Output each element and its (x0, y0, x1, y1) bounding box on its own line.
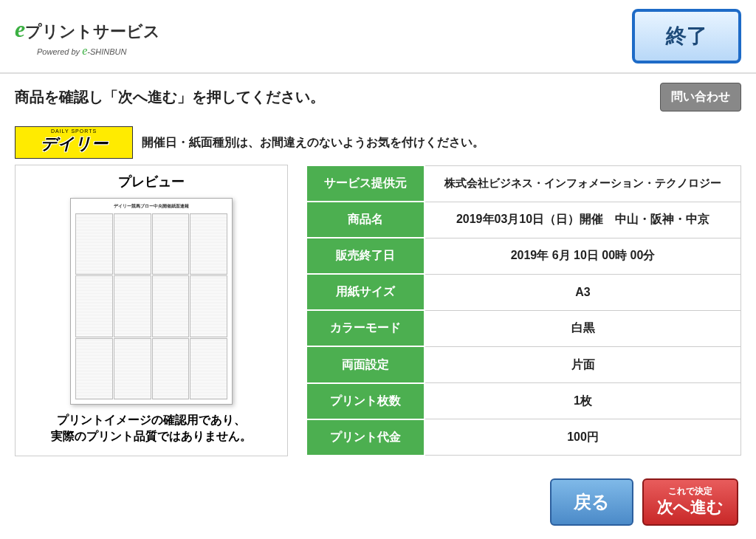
logo-e-accent: e (15, 16, 25, 42)
back-button[interactable]: 戻る (550, 478, 633, 526)
logo-sub-rest: -SHINBUN (87, 47, 126, 56)
logo: eプリントサービス Powered by e-SHINBUN (15, 16, 160, 58)
preview-page-heading: デイリー競馬ブロー中央開催紙面速報 (75, 203, 227, 210)
footer-buttons: 戻る これで決定 次へ進む (550, 478, 738, 526)
banner-message: 開催日・紙面種別は、お間違えのないようお気を付けください。 (142, 135, 484, 151)
table-row: 商品名 2019年03月10日（日）開催 中山・阪神・中京 (306, 202, 741, 238)
preview-cell (152, 275, 190, 337)
table-row: プリント枚数 1枚 (306, 383, 741, 419)
exit-button[interactable]: 終了 (632, 9, 741, 63)
table-row: 両面設定 片面 (306, 346, 741, 382)
preview-cell (114, 213, 151, 275)
sports-logo-top: DAILY SPORTS (51, 128, 97, 134)
preview-cell (190, 338, 227, 399)
detail-label: 商品名 (306, 202, 425, 238)
contact-button[interactable]: 問い合わせ (660, 83, 741, 111)
sports-logo-main: デイリー (41, 133, 108, 155)
next-button[interactable]: これで決定 次へ進む (642, 478, 738, 526)
detail-label: プリント代金 (306, 419, 425, 456)
detail-value: 株式会社ビジネス・インフォメーション・テクノロジー (425, 165, 741, 202)
detail-value: 2019年 6月 10日 00時 00分 (425, 238, 741, 274)
table-row: 用紙サイズ A3 (306, 274, 741, 310)
preview-cell (114, 338, 151, 399)
detail-label: 用紙サイズ (306, 274, 425, 310)
detail-label: サービス提供元 (306, 165, 425, 202)
preview-grid (75, 213, 227, 399)
detail-value: A3 (425, 274, 741, 310)
logo-main: eプリントサービス (15, 16, 160, 43)
instruction-bar: 商品を確認し「次へ進む」を押してください。 問い合わせ (0, 74, 756, 120)
next-button-bottom: 次へ進む (657, 497, 724, 518)
detail-label: 販売終了日 (306, 238, 425, 274)
preview-panel: プレビュー デイリー競馬ブロー中央開催紙面速報 プリントイメージの確認用であり、 (15, 165, 288, 456)
detail-value: 2019年03月10日（日）開催 中山・阪神・中京 (425, 202, 741, 238)
detail-value: 1枚 (425, 383, 741, 419)
logo-main-text: プリントサービス (25, 22, 160, 41)
table-row: カラーモード 白黒 (306, 310, 741, 346)
table-row: 販売終了日 2019年 6月 10日 00時 00分 (306, 238, 741, 274)
preview-cell (152, 338, 190, 399)
preview-cell (114, 275, 151, 337)
preview-cell (190, 213, 227, 275)
table-row: プリント代金 100円 (306, 419, 741, 456)
preview-cell (75, 275, 113, 337)
details-tbody: サービス提供元 株式会社ビジネス・インフォメーション・テクノロジー 商品名 20… (306, 165, 741, 456)
preview-cell (152, 213, 190, 275)
logo-sub: Powered by e-SHINBUN (37, 44, 126, 58)
preview-cell (190, 275, 227, 337)
preview-cell (75, 213, 113, 275)
preview-note-line1: プリントイメージの確認用であり、 (57, 413, 246, 426)
detail-value: 白黒 (425, 310, 741, 346)
preview-title: プレビュー (29, 173, 274, 190)
detail-label: カラーモード (306, 310, 425, 346)
table-row: サービス提供元 株式会社ビジネス・インフォメーション・テクノロジー (306, 165, 741, 202)
info-banner: DAILY SPORTS デイリー 開催日・紙面種別は、お間違えのないようお気を… (15, 126, 741, 159)
daily-sports-logo: DAILY SPORTS デイリー (15, 126, 133, 159)
preview-cell (75, 338, 113, 399)
preview-image: デイリー競馬ブロー中央開催紙面速報 (70, 198, 233, 405)
content-area: プレビュー デイリー競馬ブロー中央開催紙面速報 プリントイメージの確認用であり、 (0, 165, 756, 456)
header: eプリントサービス Powered by e-SHINBUN 終了 (0, 0, 756, 74)
preview-note: プリントイメージの確認用であり、 実際のプリント品質ではありません。 (29, 412, 274, 445)
detail-value: 100円 (425, 419, 741, 456)
detail-label: プリント枚数 (306, 383, 425, 419)
detail-label: 両面設定 (306, 346, 425, 382)
next-button-top: これで決定 (657, 486, 724, 498)
detail-value: 片面 (425, 346, 741, 382)
details-table: サービス提供元 株式会社ビジネス・インフォメーション・テクノロジー 商品名 20… (306, 165, 741, 456)
logo-sub-prefix: Powered by (37, 47, 82, 56)
preview-note-line2: 実際のプリント品質ではありません。 (51, 430, 252, 442)
instruction-text: 商品を確認し「次へ進む」を押してください。 (15, 87, 325, 107)
